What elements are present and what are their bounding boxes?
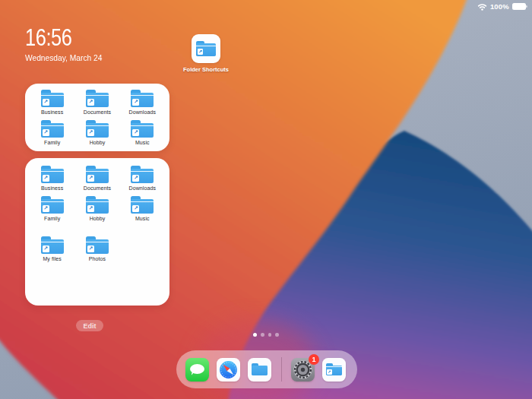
dock: ↗ 1 ↗: [176, 350, 357, 388]
page-dot-1[interactable]: [253, 333, 257, 337]
folder-stripe: [86, 171, 109, 172]
folder-shortcut-family[interactable]: ↗Family: [30, 196, 74, 221]
app-label-folder-shortcuts: Folder Shortcuts: [168, 66, 244, 73]
dock-folder-shortcuts-app[interactable]: ↗: [322, 358, 346, 382]
folder-shortcut-documents[interactable]: ↗Documents: [74, 166, 119, 191]
page-dot-4[interactable]: [275, 333, 279, 337]
folder-label: Music: [135, 216, 150, 221]
folder-stripe: [326, 366, 343, 367]
folder-shortcut-icon: ↗: [41, 90, 64, 107]
folder-grid-large: ↗Business↗Documents↗Downloads↗Family↗Hob…: [30, 166, 165, 261]
folder-shortcut-downloads[interactable]: ↗Downloads: [120, 166, 165, 191]
folder-shortcut-icon: ↗: [131, 90, 154, 107]
folder-shortcut-icon: ↗: [86, 166, 109, 183]
dock-safari-app[interactable]: [217, 358, 240, 382]
folder-stripe: [41, 125, 64, 126]
speech-bubble-icon: [190, 364, 204, 374]
folder-shortcut-icon: ↗: [41, 120, 64, 138]
folder-shortcut-icon: ↗: [41, 166, 64, 183]
dock-files-app[interactable]: ↗: [248, 358, 271, 382]
folder-shortcut-downloads[interactable]: ↗Downloads: [120, 90, 165, 115]
folder-stripe: [131, 125, 154, 126]
wifi-icon: [477, 3, 487, 11]
folder-shortcut-icon: ↗: [196, 41, 216, 56]
folder-label: Business: [41, 185, 63, 191]
shortcut-arrow-badge: ↗: [43, 129, 49, 136]
folder-stripe: [131, 95, 154, 96]
battery-percent: 100%: [490, 2, 509, 11]
folder-shortcut-icon: ↗: [131, 120, 154, 138]
shortcut-arrow-badge: ↗: [132, 175, 139, 182]
shortcut-arrow-badge: ↗: [132, 129, 139, 136]
folder-label: Documents: [84, 109, 111, 115]
folder-shortcut-business[interactable]: ↗Business: [30, 166, 74, 191]
folder-stripe: [131, 201, 154, 202]
shortcut-arrow-badge: ↗: [87, 99, 94, 106]
folder-stripe: [86, 201, 109, 202]
edit-home-screen-button[interactable]: Edit: [76, 320, 103, 331]
clock-widget[interactable]: 16:56 Wednesday, March 24: [25, 26, 108, 62]
folder-label: Downloads: [129, 109, 157, 115]
folder-shortcut-icon: ↗: [326, 363, 343, 376]
shortcut-arrow-badge: ↗: [43, 245, 49, 252]
page-indicator[interactable]: [0, 333, 532, 337]
clock-time: 16:56: [25, 26, 93, 51]
folder-shortcut-my-files[interactable]: ↗My files: [30, 236, 74, 261]
folder-label: My files: [43, 256, 62, 261]
folder-stripe: [86, 95, 109, 96]
page-dot-2[interactable]: [261, 333, 264, 337]
folder-label: Family: [44, 140, 60, 145]
shortcut-arrow-badge: ↗: [132, 205, 139, 212]
status-bar: 100%: [477, 2, 527, 11]
folder-shortcut-music[interactable]: ↗Music: [120, 120, 165, 145]
folder-shortcut-icon: ↗: [41, 196, 64, 214]
shortcut-arrow-badge: ↗: [198, 49, 204, 55]
folder-shortcut-icon: ↗: [86, 236, 109, 254]
folder-shortcut-icon: ↗: [131, 166, 154, 183]
folder-label: Hobby: [90, 140, 106, 145]
folder-shortcut-icon: ↗: [86, 196, 109, 214]
folder-stripe: [196, 46, 216, 46]
folder-shortcut-photos[interactable]: ↗Photos: [74, 236, 119, 261]
battery-icon: [512, 3, 527, 10]
shortcut-arrow-badge: ↗: [132, 99, 139, 106]
folder-label: Photos: [89, 256, 106, 261]
folder-shortcut-documents[interactable]: ↗Documents: [74, 90, 119, 115]
folder-stripe: [41, 201, 64, 202]
folder-stripe: [41, 95, 64, 96]
shortcut-arrow-badge: ↗: [43, 99, 49, 106]
folder-shortcut-business[interactable]: ↗Business: [30, 90, 74, 115]
shortcut-arrow-badge: ↗: [43, 175, 49, 182]
battery-level-fill: [512, 3, 526, 10]
clock-date: Wednesday, March 24: [25, 53, 102, 62]
dock-messages-app[interactable]: [185, 358, 209, 382]
folder-stripe: [41, 242, 64, 242]
folder-stripe: [86, 125, 109, 126]
folder-stripe: [41, 171, 64, 172]
folder-shortcut-hobby[interactable]: ↗Hobby: [74, 196, 119, 221]
folder-shortcut-music[interactable]: ↗Music: [120, 196, 165, 221]
shortcut-arrow-badge: ↗: [43, 205, 49, 212]
folder-grid-small: ↗Business↗Documents↗Downloads↗Family↗Hob…: [30, 90, 165, 145]
folder-shortcut-family[interactable]: ↗Family: [30, 120, 74, 145]
notification-badge: 1: [309, 354, 319, 365]
widget-folder-shortcuts-large[interactable]: ↗Business↗Documents↗Downloads↗Family↗Hob…: [25, 158, 169, 306]
shortcut-arrow-badge: ↗: [327, 369, 331, 374]
folder-icon: ↗: [252, 363, 268, 376]
folder-label: Documents: [84, 185, 111, 191]
battery-nub: [526, 5, 527, 8]
page-dot-3[interactable]: [268, 333, 272, 337]
folder-label: Downloads: [129, 185, 157, 191]
folder-body: [252, 366, 268, 376]
widget-folder-shortcuts-small[interactable]: ↗Business↗Documents↗Downloads↗Family↗Hob…: [25, 84, 169, 151]
folder-shortcut-icon: ↗: [41, 236, 64, 254]
folder-label: Music: [135, 140, 150, 145]
folder-shortcut-icon: ↗: [86, 90, 109, 107]
dock-settings-app[interactable]: 1: [291, 358, 315, 382]
app-icon-folder-shortcuts[interactable]: ↗: [192, 34, 220, 63]
shortcut-arrow-badge: ↗: [87, 175, 94, 182]
folder-shortcut-hobby[interactable]: ↗Hobby: [74, 120, 119, 145]
shortcut-arrow-badge: ↗: [87, 245, 94, 252]
ipad-home-screen: 100% 16:56 Wednesday, March 24 ↗ Folder …: [0, 0, 532, 399]
folder-shortcut-icon: ↗: [131, 196, 154, 214]
